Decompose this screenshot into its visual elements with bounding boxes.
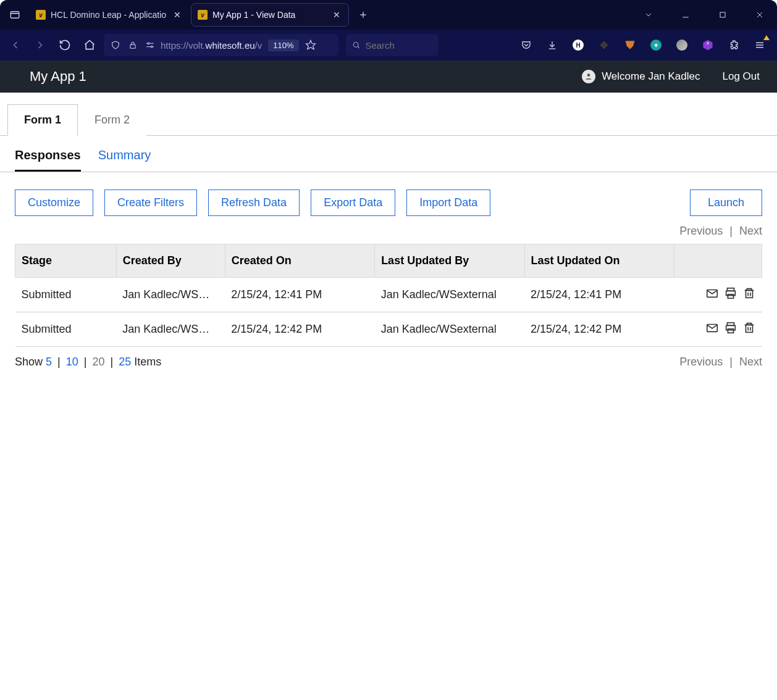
- zoom-badge[interactable]: 110%: [268, 40, 298, 51]
- extension-teal-icon[interactable]: ✦: [644, 34, 668, 56]
- tab-form-1[interactable]: Form 1: [7, 104, 78, 136]
- page-size-10[interactable]: 10: [66, 356, 78, 368]
- svg-rect-32: [746, 290, 752, 298]
- cell-created-by: Jan Kadlec/WS…: [116, 278, 225, 312]
- th-created-by[interactable]: Created By: [116, 244, 225, 278]
- th-last-updated-by[interactable]: Last Updated By: [375, 244, 524, 278]
- toolbar-extensions: H ✦ *: [514, 34, 772, 56]
- tab-favicon: v: [198, 10, 208, 20]
- app-header: My App 1 Welcome Jan Kadlec Log Out: [0, 60, 777, 93]
- svg-marker-20: [600, 41, 608, 49]
- minimize-icon[interactable]: [674, 4, 697, 26]
- tabs-overview-icon[interactable]: [637, 4, 660, 26]
- extension-globe-icon[interactable]: [670, 34, 694, 56]
- subtab-responses[interactable]: Responses: [15, 148, 81, 172]
- delete-icon[interactable]: [742, 321, 756, 338]
- cell-actions: [674, 312, 762, 347]
- window-controls: [637, 4, 777, 26]
- cell-last-updated-on: 2/15/24, 12:41 PM: [524, 278, 674, 312]
- pager-next[interactable]: Next: [739, 225, 762, 237]
- th-last-updated-on[interactable]: Last Updated On: [524, 244, 674, 278]
- sidebar-toggle[interactable]: [0, 9, 30, 20]
- forward-button[interactable]: [30, 35, 51, 56]
- app-title: My App 1: [30, 69, 86, 85]
- address-text: https://volt.whitesoft.eu/v: [161, 40, 262, 51]
- table-row[interactable]: SubmittedJan Kadlec/WS…2/15/24, 12:42 PM…: [15, 312, 762, 347]
- cell-stage: Submitted: [15, 278, 117, 312]
- import-data-button[interactable]: Import Data: [406, 190, 490, 216]
- svg-point-27: [587, 73, 590, 77]
- downloads-icon[interactable]: [540, 34, 565, 56]
- browser-chrome: v HCL Domino Leap - Application ✕ v My A…: [0, 0, 777, 60]
- close-icon[interactable]: ✕: [331, 9, 342, 20]
- export-data-button[interactable]: Export Data: [311, 190, 395, 216]
- extension-h-icon[interactable]: H: [566, 34, 590, 56]
- table-header-row: Stage Created By Created On Last Updated…: [15, 244, 762, 278]
- mail-icon[interactable]: [705, 321, 719, 338]
- cell-created-on: 2/15/24, 12:41 PM: [225, 278, 374, 312]
- avatar-icon: [582, 70, 595, 83]
- browser-tabs: v HCL Domino Leap - Application ✕ v My A…: [30, 4, 637, 26]
- create-filters-button[interactable]: Create Filters: [104, 190, 197, 216]
- search-input[interactable]: [365, 40, 432, 51]
- extension-hex-icon[interactable]: *: [695, 34, 720, 56]
- svg-marker-15: [306, 41, 315, 49]
- delete-icon[interactable]: [742, 286, 756, 303]
- home-button[interactable]: [79, 35, 100, 56]
- pager-previous[interactable]: Previous: [679, 225, 723, 237]
- reload-button[interactable]: [54, 35, 75, 56]
- refresh-data-button[interactable]: Refresh Data: [208, 190, 300, 216]
- close-window-icon[interactable]: [749, 4, 771, 26]
- data-table: Stage Created By Created On Last Updated…: [0, 244, 777, 347]
- print-icon[interactable]: [724, 321, 737, 338]
- cell-created-on: 2/15/24, 12:42 PM: [225, 312, 374, 347]
- permissions-icon: [143, 40, 157, 50]
- page-size-options: 5 | 10 | 20 | 25: [46, 356, 131, 369]
- toolbar: Customize Create Filters Refresh Data Ex…: [0, 172, 777, 221]
- welcome-text: Welcome Jan Kadlec: [602, 70, 700, 83]
- cell-created-by: Jan Kadlec/WS…: [116, 312, 225, 347]
- th-stage[interactable]: Stage: [15, 244, 117, 278]
- page-size-25[interactable]: 25: [119, 356, 131, 368]
- tab-form-2[interactable]: Form 2: [78, 104, 146, 136]
- close-icon[interactable]: ✕: [172, 9, 183, 20]
- address-bar[interactable]: https://volt.whitesoft.eu/v 110%: [104, 34, 338, 56]
- launch-button[interactable]: Launch: [690, 190, 762, 216]
- back-button[interactable]: [5, 35, 26, 56]
- browser-tab-0[interactable]: v HCL Domino Leap - Application ✕: [30, 4, 189, 26]
- show-label: Show: [15, 356, 43, 369]
- sub-tabs: Responses Summary: [0, 136, 777, 172]
- pager-previous-bottom[interactable]: Previous: [679, 356, 723, 368]
- subtab-summary[interactable]: Summary: [98, 148, 151, 172]
- mail-icon[interactable]: [705, 286, 719, 303]
- table-row[interactable]: SubmittedJan Kadlec/WS…2/15/24, 12:41 PM…: [15, 278, 762, 312]
- svg-rect-5: [720, 12, 725, 17]
- hamburger-menu-icon[interactable]: [747, 34, 772, 56]
- shield-icon: [109, 40, 122, 50]
- browser-search[interactable]: [346, 34, 439, 56]
- notification-badge-icon: [763, 35, 770, 40]
- customize-button[interactable]: Customize: [15, 190, 93, 216]
- new-tab-button[interactable]: [353, 5, 373, 25]
- print-icon[interactable]: [724, 286, 737, 303]
- browser-tab-1[interactable]: v My App 1 - View Data ✕: [191, 4, 348, 26]
- extensions-menu-icon[interactable]: [721, 34, 746, 56]
- page-size-5[interactable]: 5: [46, 356, 52, 368]
- svg-rect-31: [728, 294, 733, 298]
- pager-next-bottom[interactable]: Next: [739, 356, 762, 368]
- extension-metamask-icon[interactable]: [618, 34, 642, 56]
- cell-last-updated-by: Jan Kadlec/WSexternal: [375, 312, 524, 347]
- form-tabs: Form 1 Form 2: [0, 104, 777, 136]
- bookmark-icon[interactable]: [303, 40, 319, 51]
- titlebar: v HCL Domino Leap - Application ✕ v My A…: [0, 0, 777, 30]
- pocket-icon[interactable]: [514, 34, 539, 56]
- svg-point-10: [151, 46, 153, 48]
- logout-link[interactable]: Log Out: [723, 70, 760, 83]
- th-created-on[interactable]: Created On: [225, 244, 374, 278]
- page-content: Form 1 Form 2 Responses Summary Customiz…: [0, 104, 777, 377]
- svg-line-17: [358, 46, 359, 48]
- maximize-icon[interactable]: [712, 4, 734, 26]
- pager-top: Previous | Next: [0, 221, 777, 244]
- extension-diamond-icon[interactable]: [592, 34, 616, 56]
- svg-rect-39: [746, 325, 752, 332]
